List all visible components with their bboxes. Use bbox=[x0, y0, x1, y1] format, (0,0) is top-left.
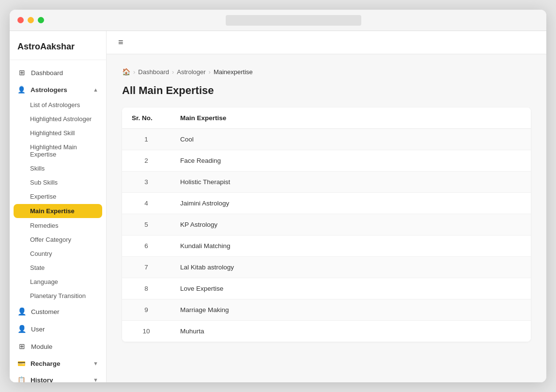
label-skills: Skills bbox=[30, 165, 45, 172]
sidebar-item-history[interactable]: 📋 History ▼ bbox=[10, 372, 106, 382]
cell-sr-no: 3 bbox=[122, 172, 170, 193]
cell-expertise: Muhurta bbox=[170, 321, 531, 342]
sidebar-item-highlighted-astrologer[interactable]: Highlighted Astrologer bbox=[10, 112, 106, 126]
sidebar-item-astrologers[interactable]: 👤 Astrologers ▲ bbox=[10, 81, 106, 98]
cell-expertise: Face Reading bbox=[170, 150, 531, 172]
sidebar-label-astrologers: Astrologers bbox=[31, 86, 67, 94]
expertise-table: Sr. No. Main Expertise 1Cool2Face Readin… bbox=[122, 108, 531, 342]
sidebar-item-expertise[interactable]: Expertise bbox=[10, 189, 106, 204]
cell-expertise: Marriage Making bbox=[170, 299, 531, 321]
label-sub-skills: Sub Skills bbox=[30, 179, 58, 186]
label-offer-category: Offer Category bbox=[30, 236, 71, 243]
customer-icon: 👤 bbox=[17, 307, 26, 316]
sidebar-item-module[interactable]: ⊞ Module bbox=[10, 338, 106, 355]
sidebar-item-highlighted-main-expertise[interactable]: Highlighted Main Expertise bbox=[10, 140, 106, 161]
table-row: 4Jaimini Astrology bbox=[122, 193, 531, 214]
sidebar-item-user[interactable]: 👤 User bbox=[10, 320, 106, 338]
history-icon: 📋 bbox=[17, 376, 26, 382]
label-country: Country bbox=[30, 250, 52, 257]
module-icon: ⊞ bbox=[17, 342, 26, 351]
label-highlighted-astrologer: Highlighted Astrologer bbox=[30, 115, 92, 123]
table-row: 5KP Astrology bbox=[122, 214, 531, 235]
breadcrumb-dashboard[interactable]: Dashboard bbox=[138, 68, 169, 76]
minimize-dot[interactable] bbox=[28, 17, 34, 23]
sidebar-item-remedies[interactable]: Remedies bbox=[10, 219, 106, 233]
sidebar-logo: AstroAakshar bbox=[10, 31, 106, 60]
sidebar-item-list-astrologers[interactable]: List of Astrologers bbox=[10, 98, 106, 112]
table-row: 9Marriage Making bbox=[122, 299, 531, 321]
table-row: 6Kundali Matching bbox=[122, 235, 531, 257]
sidebar-item-dashboard[interactable]: ⊞ Dashboard bbox=[10, 64, 106, 81]
cell-sr-no: 8 bbox=[122, 278, 170, 299]
cell-sr-no: 2 bbox=[122, 150, 170, 172]
label-remedies: Remedies bbox=[30, 222, 59, 229]
breadcrumb-astrologer[interactable]: Astrologer bbox=[177, 68, 205, 76]
sidebar-item-state[interactable]: State bbox=[10, 261, 106, 275]
astrologers-chevron: ▲ bbox=[93, 87, 98, 93]
titlebar-center bbox=[48, 15, 539, 26]
titlebar bbox=[10, 10, 546, 31]
sep-2: › bbox=[172, 68, 174, 76]
content-area: 🏠 › Dashboard › Astrologer › Mainexperti… bbox=[107, 54, 546, 382]
header-sr-no: Sr. No. bbox=[122, 108, 170, 129]
maximize-dot[interactable] bbox=[38, 17, 44, 23]
table-row: 2Face Reading bbox=[122, 150, 531, 172]
recharge-chevron: ▼ bbox=[93, 361, 98, 366]
label-state: State bbox=[30, 264, 45, 271]
label-highlighted-skill: Highlighted Skill bbox=[30, 129, 75, 137]
dashboard-icon: ⊞ bbox=[17, 68, 26, 77]
home-icon[interactable]: 🏠 bbox=[122, 68, 130, 76]
header-main-expertise: Main Expertise bbox=[170, 108, 531, 129]
sidebar-item-offer-category[interactable]: Offer Category bbox=[10, 233, 106, 247]
page-title: All Main Expertise bbox=[122, 84, 531, 97]
sidebar-item-sub-skills[interactable]: Sub Skills bbox=[10, 175, 106, 189]
label-recharge: Recharge bbox=[31, 360, 61, 367]
label-user: User bbox=[31, 326, 45, 333]
cell-sr-no: 9 bbox=[122, 299, 170, 321]
close-dot[interactable] bbox=[17, 17, 24, 23]
sidebar-nav: ⊞ Dashboard 👤 Astrologers ▲ List of Astr… bbox=[10, 60, 106, 382]
sidebar-item-skills[interactable]: Skills bbox=[10, 161, 106, 175]
sidebar-item-language[interactable]: Language bbox=[10, 275, 106, 289]
hamburger-menu[interactable]: ≡ bbox=[118, 37, 124, 47]
cell-expertise: Jaimini Astrology bbox=[170, 193, 531, 214]
label-expertise: Expertise bbox=[30, 193, 56, 200]
sidebar-item-planetary-transition[interactable]: Planetary Transition bbox=[10, 289, 106, 303]
breadcrumb: 🏠 › Dashboard › Astrologer › Mainexperti… bbox=[122, 68, 531, 76]
url-bar[interactable] bbox=[226, 15, 361, 26]
sidebar-item-recharge[interactable]: 💳 Recharge ▼ bbox=[10, 355, 106, 372]
label-language: Language bbox=[30, 278, 58, 285]
sidebar-item-highlighted-skill[interactable]: Highlighted Skill bbox=[10, 126, 106, 140]
cell-expertise: Love Expertise bbox=[170, 278, 531, 299]
label-history: History bbox=[31, 376, 53, 383]
cell-expertise: KP Astrology bbox=[170, 214, 531, 235]
sidebar-item-country[interactable]: Country bbox=[10, 247, 106, 261]
sep-1: › bbox=[133, 68, 135, 76]
cell-sr-no: 4 bbox=[122, 193, 170, 214]
table-row: 3Holistic Therapist bbox=[122, 172, 531, 193]
label-highlighted-main-expertise: Highlighted Main Expertise bbox=[30, 143, 98, 158]
cell-sr-no: 7 bbox=[122, 257, 170, 278]
user-icon: 👤 bbox=[17, 325, 26, 333]
astrologers-icon: 👤 bbox=[17, 86, 26, 94]
recharge-icon: 💳 bbox=[17, 360, 26, 367]
table-row: 10Muhurta bbox=[122, 321, 531, 342]
sidebar-item-customer[interactable]: 👤 Customer bbox=[10, 303, 106, 320]
app-body: AstroAakshar ⊞ Dashboard 👤 Astrologers ▲ bbox=[10, 31, 546, 382]
history-chevron: ▼ bbox=[93, 377, 98, 382]
table-header-row: Sr. No. Main Expertise bbox=[122, 108, 531, 129]
cell-expertise: Kundali Matching bbox=[170, 235, 531, 257]
label-module: Module bbox=[31, 343, 52, 350]
sep-3: › bbox=[209, 68, 211, 76]
sidebar-item-main-expertise[interactable]: Main Expertise bbox=[14, 204, 102, 218]
recharge-left: 💳 Recharge bbox=[17, 360, 61, 367]
sidebar-label-dashboard: Dashboard bbox=[31, 69, 63, 77]
table-row: 8Love Expertise bbox=[122, 278, 531, 299]
main-content: ≡ 🏠 › Dashboard › Astrologer › Mainexper… bbox=[107, 31, 546, 382]
history-left: 📋 History bbox=[17, 376, 53, 382]
table-row: 7Lal Kitab astrology bbox=[122, 257, 531, 278]
breadcrumb-current: Mainexpertise bbox=[214, 68, 253, 76]
table-row: 1Cool bbox=[122, 129, 531, 150]
topbar: ≡ bbox=[107, 31, 546, 54]
cell-sr-no: 1 bbox=[122, 129, 170, 150]
